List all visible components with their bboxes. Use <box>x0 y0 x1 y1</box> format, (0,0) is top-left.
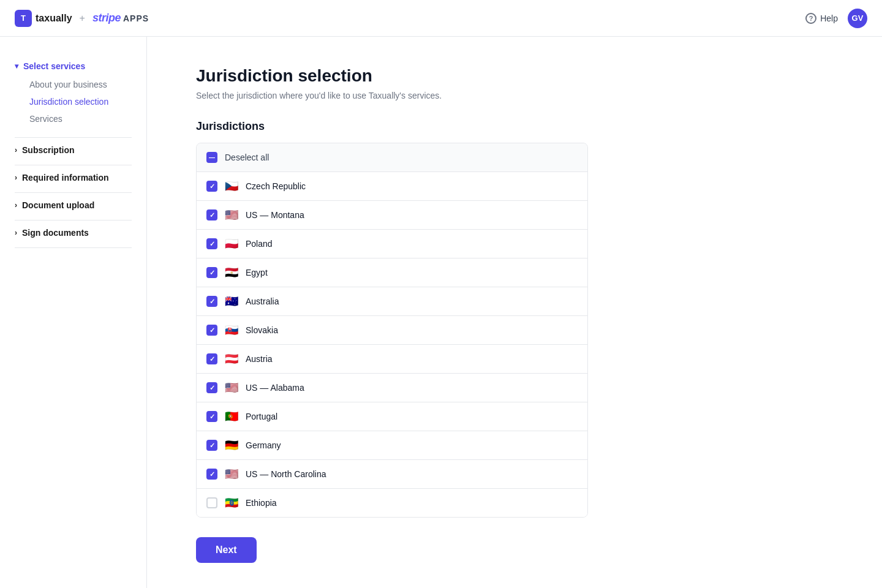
checkbox-czech-republic[interactable] <box>206 181 217 192</box>
chevron-right-icon-2: › <box>15 173 17 182</box>
jurisdiction-item-germany[interactable]: 🇩🇪Germany <box>197 431 587 460</box>
taxually-logo: T taxually <box>15 10 72 27</box>
checkbox-egypt[interactable] <box>206 267 217 278</box>
flag-austria: 🇦🇹 <box>225 353 238 364</box>
next-button[interactable]: Next <box>196 537 257 563</box>
checkbox-australia[interactable] <box>206 296 217 307</box>
sidebar-section-subscription: › Subscription <box>0 140 146 160</box>
jurisdiction-item-ethiopia[interactable]: 🇪🇹Ethiopia <box>197 489 587 517</box>
taxually-label: taxually <box>36 13 72 24</box>
sidebar-section-sign-documents: › Sign documents <box>0 223 146 243</box>
flag-poland: 🇵🇱 <box>225 238 238 249</box>
avatar[interactable]: GV <box>848 9 867 28</box>
jurisdiction-item-us-north-carolina[interactable]: 🇺🇸US — North Carolina <box>197 460 587 489</box>
country-name-us-north-carolina: US — North Carolina <box>246 469 326 479</box>
jurisdiction-list: Deselect all🇨🇿Czech Republic🇺🇸US — Monta… <box>196 143 588 518</box>
checkbox-us-north-carolina[interactable] <box>206 469 217 480</box>
sidebar-label-sign-documents: Sign documents <box>22 228 89 238</box>
chevron-right-icon: › <box>15 146 17 154</box>
sidebar-divider-5 <box>15 247 132 248</box>
jurisdiction-item-australia[interactable]: 🇦🇺Australia <box>197 287 587 316</box>
country-name-deselect-all: Deselect all <box>225 153 269 162</box>
help-icon: ? <box>805 13 816 24</box>
flag-us-montana: 🇺🇸 <box>225 209 238 221</box>
checkbox-austria[interactable] <box>206 353 217 364</box>
country-name-ethiopia: Ethiopia <box>246 498 277 508</box>
jurisdiction-item-austria[interactable]: 🇦🇹Austria <box>197 345 587 374</box>
checkbox-deselect-all[interactable] <box>206 152 217 163</box>
jurisdiction-item-us-montana[interactable]: 🇺🇸US — Montana <box>197 201 587 230</box>
flag-us-alabama: 🇺🇸 <box>225 382 238 393</box>
jurisdiction-item-us-alabama[interactable]: 🇺🇸US — Alabama <box>197 374 587 402</box>
flag-portugal: 🇵🇹 <box>225 411 238 422</box>
stripe-apps-logo: stripe APPS <box>92 12 149 24</box>
stripe-label: stripe <box>92 12 121 24</box>
country-name-australia: Australia <box>246 296 279 306</box>
sidebar-item-required-information[interactable]: › Required information <box>0 168 146 187</box>
flag-ethiopia: 🇪🇹 <box>225 497 238 508</box>
sidebar-item-sign-documents[interactable]: › Sign documents <box>0 223 146 243</box>
header-right: ? Help GV <box>805 9 867 28</box>
jurisdiction-item-egypt[interactable]: 🇪🇬Egypt <box>197 258 587 287</box>
page-subtitle: Select the jurisdiction where you'd like… <box>196 91 833 100</box>
logo-group: T taxually + stripe APPS <box>15 10 149 27</box>
flag-egypt: 🇪🇬 <box>225 267 238 278</box>
header: T taxually + stripe APPS ? Help GV <box>0 0 882 37</box>
country-name-egypt: Egypt <box>246 268 268 277</box>
flag-czech-republic: 🇨🇿 <box>225 181 238 192</box>
sidebar-divider-3 <box>15 192 132 193</box>
country-name-us-alabama: US — Alabama <box>246 383 304 393</box>
country-name-us-montana: US — Montana <box>246 210 304 220</box>
plus-sign: + <box>80 13 85 24</box>
sidebar-divider-4 <box>15 220 132 221</box>
jurisdiction-item-slovakia[interactable]: 🇸🇰Slovakia <box>197 316 587 345</box>
layout: ▾ Select services About your business Ju… <box>0 37 882 588</box>
sidebar-divider-1 <box>15 137 132 138</box>
jurisdiction-item-deselect-all[interactable]: Deselect all <box>197 143 587 172</box>
sidebar-sub-items-select-services: About your business Jurisdiction selecti… <box>0 76 146 132</box>
sidebar-item-select-services[interactable]: ▾ Select services <box>0 56 146 76</box>
checkbox-portugal[interactable] <box>206 411 217 422</box>
section-title-jurisdictions: Jurisdictions <box>196 120 833 133</box>
country-name-poland: Poland <box>246 239 273 249</box>
sidebar-item-services[interactable]: Services <box>0 110 146 127</box>
country-name-austria: Austria <box>246 354 273 364</box>
sidebar-label-required-information: Required information <box>22 173 109 183</box>
country-name-germany: Germany <box>246 440 281 450</box>
sidebar-item-jurisdiction-selection[interactable]: Jurisdiction selection <box>0 93 146 110</box>
help-label: Help <box>820 13 838 23</box>
sidebar-item-subscription[interactable]: › Subscription <box>0 140 146 160</box>
apps-label: APPS <box>123 13 149 23</box>
chevron-down-icon: ▾ <box>15 62 18 70</box>
sidebar: ▾ Select services About your business Ju… <box>0 37 147 588</box>
sidebar-section-select-services: ▾ Select services About your business Ju… <box>0 56 146 132</box>
chevron-right-icon-4: › <box>15 228 17 237</box>
flag-slovakia: 🇸🇰 <box>225 325 238 336</box>
help-button[interactable]: ? Help <box>805 13 838 24</box>
sidebar-item-about-business[interactable]: About your business <box>0 76 146 93</box>
page-title: Jurisdiction selection <box>196 66 833 86</box>
jurisdiction-item-poland[interactable]: 🇵🇱Poland <box>197 230 587 258</box>
checkbox-slovakia[interactable] <box>206 325 217 336</box>
sidebar-label-subscription: Subscription <box>22 145 75 155</box>
chevron-right-icon-3: › <box>15 201 17 209</box>
sidebar-item-document-upload[interactable]: › Document upload <box>0 195 146 215</box>
jurisdiction-item-czech-republic[interactable]: 🇨🇿Czech Republic <box>197 172 587 201</box>
sidebar-section-required-information: › Required information <box>0 168 146 187</box>
taxually-icon: T <box>15 10 32 27</box>
flag-germany: 🇩🇪 <box>225 440 238 451</box>
country-name-slovakia: Slovakia <box>246 325 278 335</box>
jurisdiction-item-portugal[interactable]: 🇵🇹Portugal <box>197 402 587 431</box>
flag-australia: 🇦🇺 <box>225 296 238 307</box>
sidebar-label-select-services: Select services <box>23 61 85 71</box>
checkbox-germany[interactable] <box>206 440 217 451</box>
flag-us-north-carolina: 🇺🇸 <box>225 469 238 480</box>
checkbox-poland[interactable] <box>206 238 217 249</box>
sidebar-label-document-upload: Document upload <box>22 200 94 210</box>
main-content: Jurisdiction selection Select the jurisd… <box>147 37 882 588</box>
checkbox-us-alabama[interactable] <box>206 382 217 393</box>
checkbox-us-montana[interactable] <box>206 209 217 221</box>
checkbox-ethiopia[interactable] <box>206 497 217 508</box>
sidebar-section-document-upload: › Document upload <box>0 195 146 215</box>
country-name-czech-republic: Czech Republic <box>246 181 306 191</box>
